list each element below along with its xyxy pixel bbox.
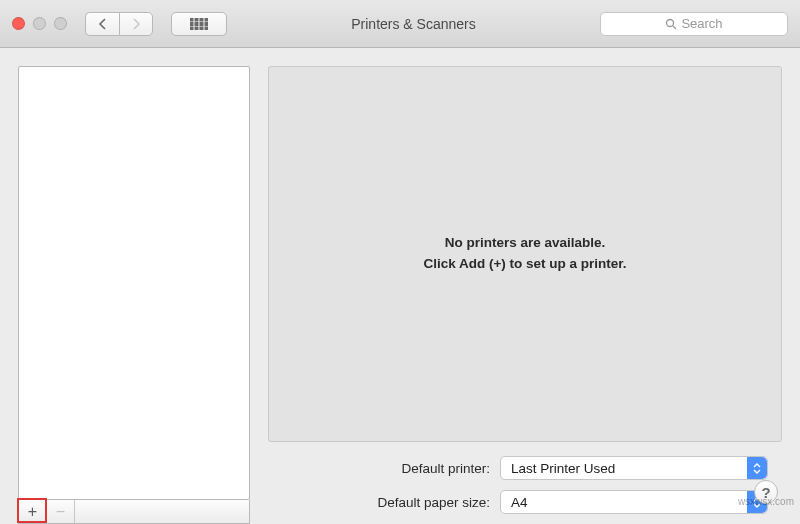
- default-paper-value: A4: [511, 495, 528, 510]
- svg-rect-7: [205, 22, 208, 25]
- svg-rect-8: [190, 27, 193, 30]
- empty-title: No printers are available.: [423, 233, 626, 254]
- nav-segment: [85, 12, 153, 36]
- svg-rect-5: [195, 22, 198, 25]
- svg-rect-9: [195, 27, 198, 30]
- svg-rect-10: [200, 27, 203, 30]
- svg-rect-3: [205, 18, 208, 21]
- svg-rect-6: [200, 22, 203, 25]
- remove-printer-button: −: [47, 500, 75, 523]
- svg-rect-1: [195, 18, 198, 21]
- back-button[interactable]: [85, 12, 119, 36]
- main-panel: No printers are available. Click Add (+)…: [268, 66, 782, 524]
- default-printer-label: Default printer:: [268, 461, 490, 476]
- printers-list[interactable]: [18, 66, 250, 500]
- window-title: Printers & Scanners: [237, 16, 590, 32]
- svg-rect-0: [190, 18, 193, 21]
- svg-rect-4: [190, 22, 193, 25]
- empty-subtitle: Click Add (+) to set up a printer.: [423, 254, 626, 275]
- chevron-up-down-icon: [747, 457, 767, 479]
- search-icon: [665, 18, 677, 30]
- svg-rect-11: [205, 27, 208, 30]
- maximize-icon[interactable]: [54, 17, 67, 30]
- close-icon[interactable]: [12, 17, 25, 30]
- show-all-button[interactable]: [171, 12, 227, 36]
- content: + − No printers are available. Click Add…: [0, 48, 800, 524]
- default-paper-select[interactable]: A4: [500, 490, 768, 514]
- titlebar: Printers & Scanners Search: [0, 0, 800, 48]
- search-input[interactable]: Search: [600, 12, 788, 36]
- minimize-icon[interactable]: [33, 17, 46, 30]
- watermark: wsxwsx.com: [738, 496, 794, 507]
- default-printer-value: Last Printer Used: [511, 461, 615, 476]
- settings-form: Default printer: Last Printer Used Defau…: [268, 442, 782, 524]
- detail-pane: No printers are available. Click Add (+)…: [268, 66, 782, 442]
- svg-line-13: [673, 26, 676, 29]
- add-printer-button[interactable]: +: [19, 500, 47, 523]
- default-printer-select[interactable]: Last Printer Used: [500, 456, 768, 480]
- search-placeholder: Search: [681, 16, 722, 31]
- list-footer: + −: [18, 500, 250, 524]
- svg-rect-2: [200, 18, 203, 21]
- forward-button[interactable]: [119, 12, 153, 36]
- svg-point-12: [667, 19, 674, 26]
- default-paper-label: Default paper size:: [268, 495, 490, 510]
- traffic-lights: [12, 17, 67, 30]
- printers-sidebar: + −: [18, 66, 250, 524]
